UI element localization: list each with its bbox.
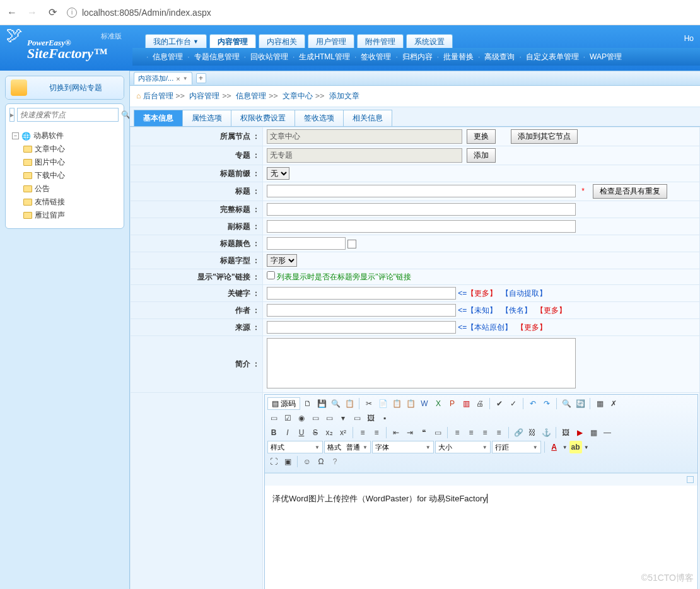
home-link[interactable]: Ho — [684, 34, 694, 43]
imagebutton-icon[interactable]: 🖼 — [365, 412, 377, 424]
unlink-icon[interactable]: ⛓ — [526, 426, 539, 439]
submenu-info[interactable]: 信息管理 — [149, 52, 186, 62]
author-unknown-link[interactable]: 【未知】 — [467, 306, 497, 315]
tab-attachment-mgmt[interactable]: 附件管理 — [357, 34, 404, 48]
resize-handle-icon[interactable] — [687, 476, 694, 483]
spellcheck-icon[interactable]: ✔ — [493, 397, 506, 410]
tab-user-mgmt[interactable]: 用户管理 — [308, 34, 354, 48]
source-button[interactable]: ▤源码 — [267, 397, 300, 410]
source-orig-link[interactable]: 【本站原创】 — [467, 323, 512, 332]
source-more-link[interactable]: 【更多】 — [516, 323, 547, 332]
newpage-icon[interactable]: 🗋 — [301, 397, 314, 410]
image-icon[interactable]: 🖼 — [559, 426, 572, 439]
tab-content-mgmt[interactable]: 内容管理 — [209, 34, 256, 48]
format-select[interactable]: 格式普通▼ — [324, 441, 371, 453]
close-tab-icon[interactable]: × — [176, 75, 180, 83]
textcolor-arrow[interactable]: ▼ — [562, 441, 568, 453]
tree-item-image[interactable]: 图片中心 — [23, 156, 121, 169]
copy-icon[interactable]: 📄 — [376, 397, 389, 410]
tab-system-settings[interactable]: 系统设置 — [406, 34, 453, 48]
keywords-auto-link[interactable]: 【自动提取】 — [501, 289, 547, 298]
add-topic-button[interactable]: 添加 — [467, 148, 496, 163]
title-color-input[interactable] — [267, 237, 346, 250]
justify-block-icon[interactable]: ≡ — [493, 426, 505, 439]
checkbox-icon[interactable]: ☑ — [281, 412, 294, 424]
crumb-2[interactable]: 信息管理 — [236, 91, 266, 100]
submenu-wap[interactable]: WAP管理 — [586, 52, 625, 62]
textarea-icon[interactable]: ▭ — [323, 412, 335, 424]
paste-excel-icon[interactable]: X — [432, 397, 445, 410]
doc-tab-add-content[interactable]: 内容添加/... × ▼ — [134, 72, 192, 85]
bold-icon[interactable]: B — [267, 426, 280, 439]
tab-workbench[interactable]: 我的工作台 ▼ — [145, 34, 207, 48]
blockquote-icon[interactable]: ❝ — [417, 426, 430, 439]
author-more-link[interactable]: 【更多】 — [536, 306, 566, 315]
add-other-node-button[interactable]: 添加到其它节点 — [511, 129, 578, 144]
numlist-icon[interactable]: ≡ — [356, 426, 369, 439]
maximize-icon[interactable]: ⛶ — [267, 455, 280, 468]
node-search-input[interactable] — [17, 108, 119, 122]
underline-icon[interactable]: U — [295, 426, 308, 439]
keywords-input[interactable] — [267, 287, 456, 300]
tab-content-related[interactable]: 内容相关 — [259, 34, 305, 48]
change-node-button[interactable]: 更换 — [467, 129, 496, 144]
color-picker-icon[interactable] — [347, 240, 356, 248]
form-tab-sign[interactable]: 签收选项 — [295, 110, 344, 126]
scayt-icon[interactable]: ✓ — [507, 397, 520, 410]
cut-icon[interactable]: ✂ — [363, 397, 375, 410]
tree-item-guestbook[interactable]: 雁过留声 — [23, 209, 121, 222]
print-icon[interactable]: 🖨 — [474, 397, 486, 410]
refresh-button[interactable]: ⟳ — [47, 7, 58, 18]
form-tab-basic[interactable]: 基本信息 — [134, 110, 183, 126]
justify-left-icon[interactable]: ≡ — [451, 426, 464, 439]
title-input[interactable] — [267, 185, 576, 197]
anchor-icon[interactable]: ⚓ — [540, 426, 552, 439]
submenu-sign[interactable]: 签收管理 — [358, 52, 394, 62]
paste-ppt-icon[interactable]: P — [446, 397, 458, 410]
submenu-customform[interactable]: 自定义表单管理 — [523, 52, 582, 62]
justify-right-icon[interactable]: ≡ — [479, 426, 491, 439]
find-icon[interactable]: 🔍 — [560, 397, 573, 410]
italic-icon[interactable]: I — [281, 426, 294, 439]
source-input[interactable] — [267, 321, 456, 334]
div-icon[interactable]: ▭ — [431, 426, 444, 439]
hr-icon[interactable]: — — [601, 426, 614, 439]
tree-item-notice[interactable]: 公告 — [23, 182, 121, 195]
switch-topic-button[interactable]: 切换到网站专题 — [32, 83, 119, 93]
specialchar-icon[interactable]: Ω — [315, 455, 327, 468]
radio-icon[interactable]: ◉ — [295, 412, 308, 424]
indent-icon[interactable]: ⇥ — [404, 426, 416, 439]
site-info-icon[interactable]: i — [67, 8, 77, 18]
submenu-html[interactable]: 生成HTML管理 — [296, 52, 353, 62]
selectall-icon[interactable]: ▦ — [593, 397, 606, 410]
paste-pdf-icon[interactable]: ▥ — [460, 397, 472, 410]
style-select[interactable]: 样式▼ — [267, 441, 323, 453]
button-icon[interactable]: ▭ — [351, 412, 363, 424]
bullist-icon[interactable]: ≡ — [370, 426, 383, 439]
title-prefix-select[interactable]: 无 — [267, 167, 289, 180]
hidden-icon[interactable]: ▪ — [378, 412, 391, 424]
font-select[interactable]: 字体▼ — [372, 441, 434, 453]
flash-icon[interactable]: ▶ — [573, 426, 586, 439]
form-tab-related[interactable]: 相关信息 — [343, 110, 392, 126]
intro-textarea[interactable] — [267, 338, 576, 388]
submenu-search[interactable]: 高级查询 — [481, 52, 518, 62]
tree-root[interactable]: − 🌐 动易软件 — [12, 129, 121, 143]
lineheight-select[interactable]: 行距▼ — [492, 441, 541, 453]
removeformat-icon[interactable]: ✗ — [607, 397, 620, 410]
link-icon[interactable]: 🔗 — [512, 426, 525, 439]
bgcolor-icon[interactable]: ab — [569, 441, 582, 453]
submenu-recycle[interactable]: 回收站管理 — [247, 52, 291, 62]
editor-content-area[interactable]: 泽优Word图片上传控件（WordPaster）for 动易SiteFactor… — [265, 486, 697, 589]
bgcolor-arrow[interactable]: ▼ — [583, 441, 590, 453]
preview-icon[interactable]: 🔍 — [329, 397, 342, 410]
full-title-input[interactable] — [267, 203, 576, 216]
keywords-more-link[interactable]: 【更多】 — [467, 289, 497, 298]
form-tab-perm[interactable]: 权限收费设置 — [231, 110, 295, 126]
author-input[interactable] — [267, 304, 456, 317]
sub-title-input[interactable] — [267, 220, 576, 233]
showblocks-icon[interactable]: ▣ — [281, 455, 294, 468]
back-button[interactable]: ← — [6, 7, 18, 18]
about-icon[interactable]: ? — [329, 455, 341, 468]
crumb-0[interactable]: 后台管理 — [143, 91, 173, 100]
